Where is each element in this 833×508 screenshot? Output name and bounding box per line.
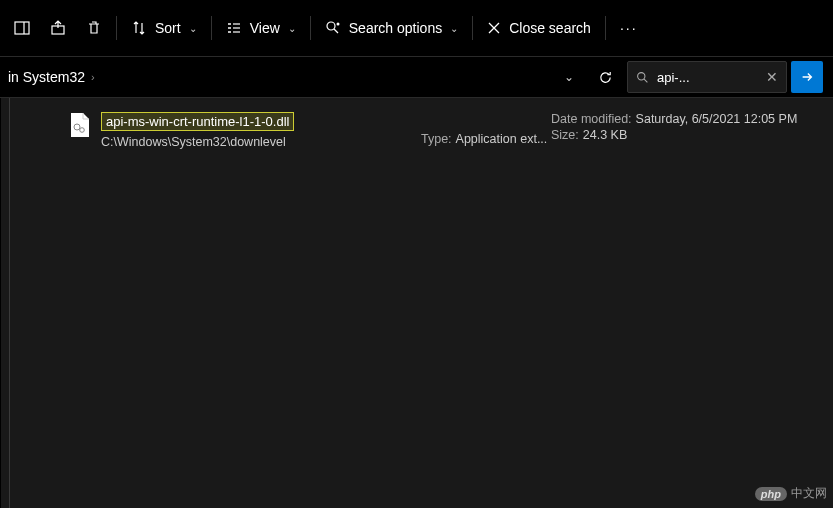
view-icon bbox=[226, 20, 242, 36]
search-icon bbox=[628, 71, 657, 84]
separator bbox=[211, 16, 212, 40]
view-button[interactable]: View ⌄ bbox=[216, 12, 306, 44]
watermark-brand: php bbox=[755, 487, 787, 501]
close-icon bbox=[487, 21, 501, 35]
svg-point-11 bbox=[336, 23, 339, 26]
search-query-text: api-... bbox=[657, 70, 758, 85]
sort-label: Sort bbox=[155, 20, 181, 36]
svg-point-12 bbox=[638, 72, 645, 79]
breadcrumb-text: in System32 bbox=[8, 69, 85, 85]
more-icon: ··· bbox=[620, 20, 638, 36]
close-search-label: Close search bbox=[509, 20, 591, 36]
history-dropdown-button[interactable]: ⌄ bbox=[551, 57, 587, 97]
close-search-button[interactable]: Close search bbox=[477, 12, 601, 44]
separator bbox=[605, 16, 606, 40]
refresh-icon bbox=[598, 70, 613, 85]
search-results-pane: api-ms-win-crt-runtime-l1-1-0.dll C:\Win… bbox=[0, 98, 833, 508]
watermark: php 中文网 bbox=[755, 485, 827, 502]
separator bbox=[472, 16, 473, 40]
toolbar: Sort ⌄ View ⌄ Search options ⌄ Close sea… bbox=[0, 0, 833, 56]
sort-icon bbox=[131, 20, 147, 36]
address-bar-row: in System32 › ⌄ api-... ✕ bbox=[0, 56, 833, 98]
separator bbox=[310, 16, 311, 40]
search-options-button[interactable]: Search options ⌄ bbox=[315, 12, 468, 44]
view-label: View bbox=[250, 20, 280, 36]
sort-button[interactable]: Sort ⌄ bbox=[121, 12, 207, 44]
details-pane-icon[interactable] bbox=[4, 12, 40, 44]
content-border bbox=[9, 98, 833, 508]
search-submit-button[interactable] bbox=[791, 61, 823, 93]
chevron-down-icon: ⌄ bbox=[288, 23, 296, 34]
search-options-label: Search options bbox=[349, 20, 442, 36]
clear-search-button[interactable]: ✕ bbox=[758, 69, 786, 85]
share-icon[interactable] bbox=[40, 12, 76, 44]
search-options-icon bbox=[325, 20, 341, 36]
search-input[interactable]: api-... ✕ bbox=[627, 61, 787, 93]
delete-icon[interactable] bbox=[76, 12, 112, 44]
chevron-down-icon: ⌄ bbox=[564, 70, 574, 84]
breadcrumb[interactable]: in System32 › bbox=[0, 57, 551, 97]
chevron-down-icon: ⌄ bbox=[450, 23, 458, 34]
separator bbox=[116, 16, 117, 40]
more-button[interactable]: ··· bbox=[610, 12, 648, 44]
arrow-right-icon bbox=[800, 70, 814, 84]
chevron-down-icon: ⌄ bbox=[189, 23, 197, 34]
refresh-button[interactable] bbox=[587, 57, 623, 97]
svg-rect-0 bbox=[15, 22, 29, 34]
svg-line-13 bbox=[644, 79, 647, 82]
watermark-text: 中文网 bbox=[791, 485, 827, 502]
svg-point-9 bbox=[327, 22, 335, 30]
svg-line-10 bbox=[334, 29, 338, 33]
chevron-right-icon: › bbox=[91, 71, 95, 83]
